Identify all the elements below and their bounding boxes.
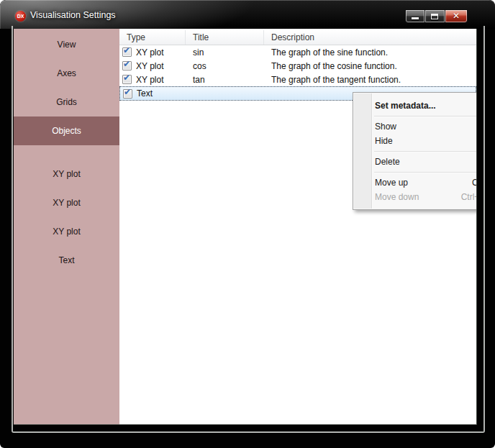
row-checkbox[interactable]: ✔ [123,89,132,99]
sidebar: View Axes Grids Objects XY plot XY plot … [14,29,119,424]
app-icon[interactable]: DX [15,11,26,22]
table-row[interactable]: ✔ XY plot tan The graph of the tangent f… [119,73,476,86]
column-header-type[interactable]: Type [119,30,186,45]
menu-item-set-metadata[interactable]: Set metadata... [354,99,477,113]
menu-item-move-up[interactable]: Move up Ctrl+Up [354,175,477,190]
close-icon: ✕ [445,11,467,21]
context-menu: Set metadata... Show Ctrl+S Hide Ctrl+H … [353,92,477,210]
row-type-label: Text [137,88,153,99]
menu-separator [374,172,477,173]
row-description: The graph of the sine function. [264,45,476,59]
sidebar-spacer [14,145,119,160]
checkmark-icon: ✔ [123,59,130,69]
menu-item-label: Delete [375,155,400,169]
column-header-title[interactable]: Title [186,30,264,45]
objects-list: Type Title Description ✔ XY plot sin The… [119,29,476,424]
row-description: The graph of the cosine function. [264,59,476,73]
menu-item-label: Hide [375,134,393,148]
checkmark-icon: ✔ [123,45,130,55]
sidebar-item-view[interactable]: View [14,30,119,59]
row-title: sin [186,45,264,59]
menu-separator [374,151,477,152]
menu-item-move-down[interactable]: Move down Ctrl+Down [354,190,477,204]
row-checkbox[interactable]: ✔ [122,75,132,84]
menu-item-label: Move up [375,175,408,190]
row-checkbox[interactable]: ✔ [122,61,132,70]
sidebar-item-objects[interactable]: Objects [14,116,119,145]
minimize-icon [412,17,419,19]
menu-item-label: Set metadata... [375,99,436,113]
visualisation-settings-window: DX Visualisation Settings ✕ View Axes Gr… [0,0,495,448]
row-title [186,87,265,100]
checkmark-icon: ✔ [124,87,131,97]
list-header: Type Title Description [119,30,476,45]
maximize-button[interactable] [425,9,445,23]
menu-item-label: Show [375,119,396,134]
row-type-label: XY plot [136,47,163,58]
row-title: tan [186,73,264,86]
maximize-icon [431,14,438,19]
menu-item-label: Move down [375,190,419,204]
menu-item-shortcut: Ctrl+Up [472,175,477,190]
window-controls: ✕ [405,9,468,23]
close-button[interactable]: ✕ [445,9,468,23]
row-description: The graph of the tangent function. [264,73,476,86]
row-type-label: XY plot [136,75,163,85]
sidebar-item-grids[interactable]: Grids [14,88,119,116]
sidebar-item-text[interactable]: Text [14,246,119,275]
menu-item-delete[interactable]: Delete Del [354,155,477,169]
table-row[interactable]: ✔ XY plot sin The graph of the sine func… [119,45,476,59]
sidebar-item-xy-plot-2[interactable]: XY plot [14,188,119,217]
window-title: Visualisation Settings [30,0,116,29]
checkmark-icon: ✔ [123,73,130,83]
menu-item-show[interactable]: Show Ctrl+S [354,119,477,134]
client-area: View Axes Grids Objects XY plot XY plot … [14,29,477,425]
menu-item-hide[interactable]: Hide Ctrl+H [354,134,477,148]
row-type-label: XY plot [136,61,163,71]
menu-separator [374,116,477,116]
row-title: cos [186,59,264,73]
sidebar-item-axes[interactable]: Axes [14,59,119,88]
sidebar-item-xy-plot-3[interactable]: XY plot [14,217,119,246]
titlebar[interactable]: DX Visualisation Settings ✕ [0,0,495,29]
sidebar-item-xy-plot-1[interactable]: XY plot [14,160,119,188]
minimize-button[interactable] [405,9,425,23]
table-row[interactable]: ✔ XY plot cos The graph of the cosine fu… [119,59,476,73]
row-checkbox[interactable]: ✔ [122,47,132,57]
column-header-description[interactable]: Description [264,30,476,45]
menu-item-shortcut: Ctrl+Down [461,190,477,204]
